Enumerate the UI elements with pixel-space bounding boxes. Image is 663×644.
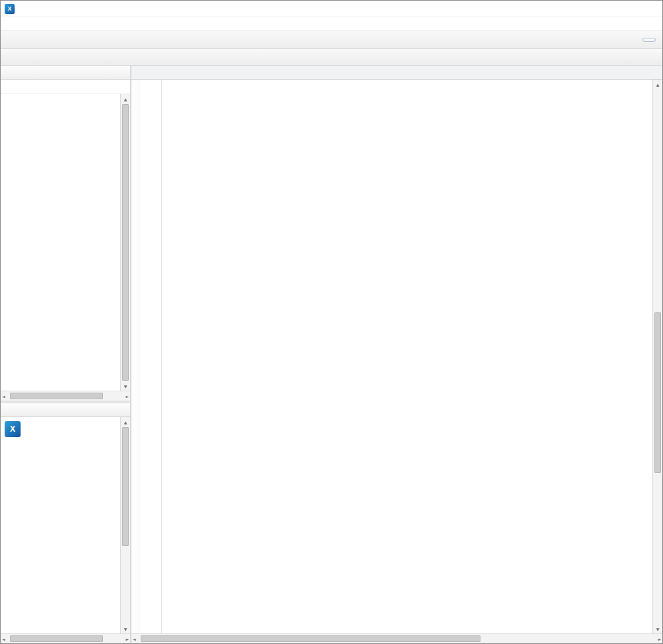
mcuxpresso-window: X ▲ ▼ — [0, 0, 663, 644]
scroll-left-icon[interactable]: ◄ — [2, 635, 5, 643]
scroll-right-icon[interactable]: ► — [658, 635, 661, 643]
title-bar: X — [1, 1, 662, 17]
editor-body: ▲ ▼ — [131, 80, 662, 633]
scroll-down-icon[interactable]: ▼ — [121, 624, 130, 633]
menu-bar — [1, 17, 662, 31]
explorer-vertical-scrollbar[interactable]: ▲ ▼ — [120, 94, 130, 391]
breakpoint-ruler[interactable] — [131, 80, 139, 633]
workbench: ▲ ▼ ◄ ► X — [1, 66, 662, 643]
project-explorer-panel: ▲ ▼ ◄ ► — [1, 66, 130, 401]
scroll-left-icon[interactable]: ◄ — [133, 635, 136, 643]
editor-tabs — [131, 66, 662, 80]
explorer-horizontal-scrollbar[interactable]: ◄ ► — [1, 391, 130, 401]
main-toolbar — [1, 31, 662, 49]
secondary-toolbar — [1, 49, 662, 66]
scrollbar-thumb[interactable] — [10, 393, 103, 399]
scroll-right-icon[interactable]: ► — [125, 635, 129, 643]
quickstart-panel: X ▲ ▼ ◄ ► — [1, 403, 130, 643]
scrollbar-thumb[interactable] — [10, 635, 103, 642]
scroll-up-icon[interactable]: ▲ — [121, 94, 130, 103]
left-column: ▲ ▼ ◄ ► X — [1, 66, 131, 643]
quickstart-project-label — [1, 438, 120, 443]
quickstart-scroll-area: X — [1, 417, 120, 633]
explorer-toolbar — [1, 80, 130, 94]
project-tree — [1, 94, 120, 391]
scrollbar-thumb[interactable] — [122, 427, 129, 546]
editor-horizontal-scrollbar[interactable]: ◄ ► — [131, 633, 662, 643]
quickstart-vertical-scrollbar[interactable]: ▲ ▼ — [120, 417, 130, 633]
quickstart-header: X — [1, 417, 120, 438]
code-lines[interactable] — [162, 80, 652, 633]
scroll-down-icon[interactable]: ▼ — [121, 381, 130, 391]
scrollbar-thumb[interactable] — [141, 635, 480, 642]
quickstart-content: X ▲ ▼ — [1, 417, 130, 633]
scroll-down-icon[interactable]: ▼ — [653, 624, 662, 633]
explorer-view-tabs — [1, 66, 130, 80]
scroll-up-icon[interactable]: ▲ — [653, 80, 662, 89]
main-toolbar-right — [638, 38, 660, 42]
scroll-up-icon[interactable]: ▲ — [121, 417, 130, 426]
editor-vertical-scrollbar[interactable]: ▲ ▼ — [652, 80, 662, 633]
quick-access-button[interactable] — [642, 38, 656, 42]
editor-area: ▲ ▼ ◄ ► — [131, 66, 662, 643]
scroll-right-icon[interactable]: ► — [125, 392, 129, 401]
scrollbar-thumb[interactable] — [654, 312, 661, 473]
line-gutter — [139, 80, 162, 633]
scrollbar-thumb[interactable] — [122, 104, 129, 381]
scroll-left-icon[interactable]: ◄ — [2, 392, 5, 401]
explorer-tree-wrap: ▲ ▼ — [1, 94, 130, 391]
mcuxpresso-logo-icon: X — [5, 421, 21, 437]
quickstart-view-tabs — [1, 403, 130, 417]
quickstart-horizontal-scrollbar[interactable]: ◄ ► — [1, 633, 130, 643]
mcuxpresso-app-icon: X — [5, 4, 15, 14]
